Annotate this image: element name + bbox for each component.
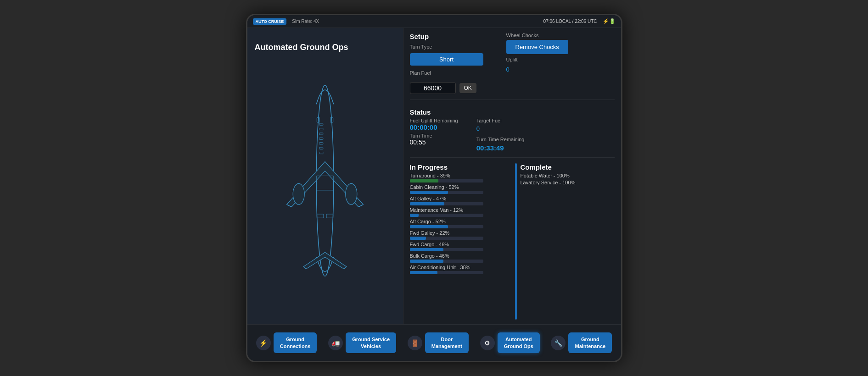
progress-bar-fill (410, 179, 438, 182)
sections-wrapper: Setup Turn Type Short Plan Fuel OK Wheel… (403, 28, 621, 324)
status-right: Target Fuel 0 Turn Time Remaining 00:33:… (476, 118, 525, 152)
progress-item: Aft Galley - 47% (410, 196, 510, 205)
status-row: Fuel Uplift Remaining 00:00:00 Turn Time… (410, 118, 615, 152)
nav-item-ground-connections[interactable]: ⚡ GroundConnections (256, 332, 317, 353)
nav-item-automated-ground[interactable]: ⚙ AutomatedGround Ops (480, 332, 540, 353)
aircraft-diagram (261, 66, 389, 295)
svg-rect-8 (319, 138, 323, 139)
svg-point-4 (346, 183, 357, 205)
battery-icon: ⚡🔋 (603, 18, 616, 24)
progress-bar-bg (410, 225, 483, 228)
progress-bar-fill (410, 271, 438, 274)
progress-bar-fill (410, 214, 419, 217)
uplift-value: 0 (506, 66, 568, 73)
complete-item: Lavatory Service - 100% (521, 180, 576, 185)
progress-bar-bg (410, 248, 483, 251)
robot-icon: ⚙ (480, 336, 495, 350)
progress-item: Fwd Galley - 22% (410, 230, 510, 240)
bottom-nav: ⚡ GroundConnections 🚛 Ground ServiceVehi… (247, 324, 621, 361)
fuel-input[interactable] (410, 82, 456, 94)
in-progress-col: In Progress Turnaround - 39%Cabin Cleani… (410, 163, 510, 320)
chocks-uplift-col: Wheel Chocks Remove Chocks Uplift 0 (506, 33, 568, 94)
truck-icon: 🚛 (328, 336, 343, 350)
svg-point-3 (293, 183, 304, 205)
progress-bar-bg (410, 271, 483, 274)
aircraft-panel (247, 28, 403, 324)
progress-item: Maintenance Van - 12% (410, 207, 510, 217)
main-content: Setup Turn Type Short Plan Fuel OK Wheel… (247, 28, 621, 324)
sim-rate: Sim Rate: 4X (292, 19, 319, 24)
progress-bar-bg (410, 260, 483, 263)
progress-bar-fill (410, 202, 444, 205)
tablet-device: AUTO CRUISE Sim Rate: 4X 07:06 LOCAL / 2… (246, 14, 622, 362)
plan-fuel-row: OK (410, 82, 483, 94)
progress-bar-bg (410, 191, 483, 194)
setup-col: Setup Turn Type Short Plan Fuel OK (410, 33, 483, 94)
nav-item-ground-service[interactable]: 🚛 Ground ServiceVehicles (328, 332, 396, 353)
progress-label: Aft Galley - 47% (410, 196, 510, 201)
progress-bar-fill (410, 248, 444, 251)
automated-ground-ops-button[interactable]: AutomatedGround Ops (498, 332, 540, 353)
progress-label: Maintenance Van - 12% (410, 207, 510, 213)
progress-bar-fill (410, 191, 448, 194)
progress-item: Turnaround - 39% (410, 173, 510, 182)
progress-item: Fwd Cargo - 46% (410, 242, 510, 251)
progress-label: Turnaround - 39% (410, 173, 510, 178)
progress-label: Aft Cargo - 52% (410, 219, 510, 224)
plan-fuel-label: Plan Fuel (410, 70, 483, 76)
progress-label: Bulk Cargo - 46% (410, 253, 510, 259)
chocks-section: Wheel Chocks Remove Chocks (506, 33, 568, 54)
ground-service-button[interactable]: Ground ServiceVehicles (346, 332, 396, 353)
ok-button[interactable]: OK (459, 83, 476, 93)
status-left: Fuel Uplift Remaining 00:00:00 Turn Time… (410, 118, 458, 152)
svg-rect-15 (326, 214, 333, 218)
ground-connections-button[interactable]: GroundConnections (274, 332, 317, 353)
status-section: Status Fuel Uplift Remaining 00:00:00 Tu… (410, 108, 615, 152)
wrench-icon: 🔧 (551, 336, 566, 350)
complete-item: Potable Water - 100% (521, 173, 576, 178)
fuel-uplift-label: Fuel Uplift Remaining (410, 118, 458, 123)
progress-bar-fill (410, 237, 426, 240)
svg-rect-7 (319, 133, 323, 135)
target-fuel-label: Target Fuel (476, 118, 525, 123)
in-progress-title: In Progress (410, 163, 510, 171)
complete-content: Complete Potable Water - 100%Lavatory Se… (521, 163, 576, 320)
ground-maintenance-button[interactable]: GroundMaintenance (568, 332, 612, 353)
svg-rect-16 (316, 176, 334, 190)
auto-cruise-badge: AUTO CRUISE (253, 18, 287, 25)
svg-rect-9 (319, 143, 323, 144)
svg-rect-11 (319, 152, 323, 154)
turn-time-remaining-value: 00:33:49 (476, 144, 525, 152)
svg-rect-6 (319, 128, 323, 130)
progress-item: Cabin Cleaning - 52% (410, 184, 510, 194)
door-management-button[interactable]: DoorManagement (425, 332, 469, 353)
progress-label: Air Conditioning Unit - 38% (410, 265, 510, 270)
nav-item-door[interactable]: 🚪 DoorManagement (408, 332, 469, 353)
progress-item: Bulk Cargo - 46% (410, 253, 510, 263)
turn-time-remaining-label: Turn Time Remaining (476, 137, 525, 142)
page-title: Automated Ground Ops (255, 43, 348, 52)
setup-title: Setup (410, 33, 483, 40)
complete-title: Complete (521, 163, 576, 171)
progress-bar-bg (410, 237, 483, 240)
turn-type-label: Turn Type (410, 44, 483, 50)
turn-type-button[interactable]: Short (410, 53, 483, 66)
uplift-label: Uplift (506, 57, 568, 62)
svg-rect-10 (319, 147, 323, 149)
svg-point-0 (316, 85, 334, 276)
door-icon: 🚪 (408, 336, 422, 350)
progress-label: Cabin Cleaning - 52% (410, 184, 510, 190)
power-plug-icon: ⚡ (256, 336, 271, 350)
status-title: Status (410, 108, 615, 116)
remove-chocks-button[interactable]: Remove Chocks (506, 40, 568, 54)
complete-bar-indicator (515, 163, 517, 320)
nav-item-maintenance[interactable]: 🔧 GroundMaintenance (551, 332, 612, 353)
top-bar: AUTO CRUISE Sim Rate: 4X 07:06 LOCAL / 2… (247, 15, 621, 28)
progress-bar-bg (410, 214, 483, 217)
svg-rect-14 (317, 214, 324, 218)
top-sections: Setup Turn Type Short Plan Fuel OK Wheel… (410, 33, 615, 94)
fuel-uplift-value: 00:00:00 (410, 123, 458, 131)
progress-bar-fill (410, 225, 448, 228)
progress-label: Fwd Cargo - 46% (410, 242, 510, 247)
turn-time-label: Turn Time (410, 133, 458, 138)
